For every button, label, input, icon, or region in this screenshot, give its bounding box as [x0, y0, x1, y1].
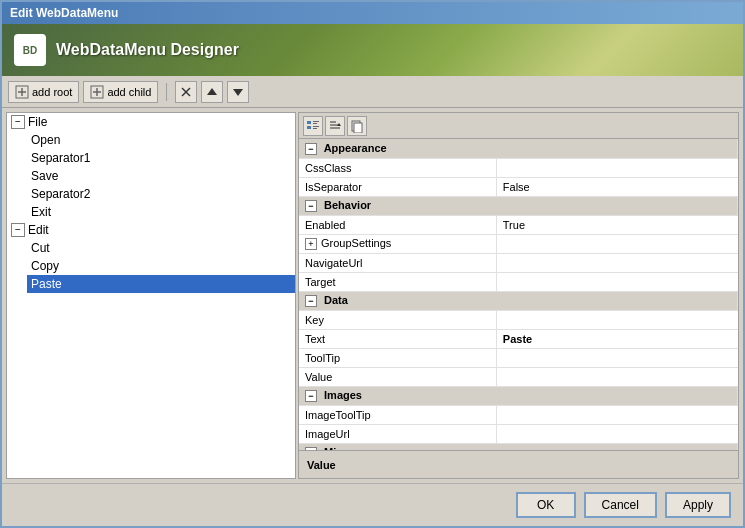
prop-cssclass-row: CssClass: [299, 158, 738, 177]
add-child-button[interactable]: add child: [83, 81, 158, 103]
prop-value-value[interactable]: [496, 367, 737, 386]
svg-rect-10: [307, 121, 311, 124]
add-child-label: add child: [107, 86, 151, 98]
prop-text-row: Text Paste: [299, 329, 738, 348]
props-table: − Appearance CssClass IsSeparator False: [299, 139, 738, 450]
move-down-button[interactable]: [227, 81, 249, 103]
tree-group-file-header[interactable]: − File: [7, 113, 295, 131]
prop-imageurl-value[interactable]: [496, 424, 737, 443]
prop-imagetooltip-row: ImageToolTip: [299, 405, 738, 424]
prop-text-value[interactable]: Paste: [496, 329, 737, 348]
add-root-button[interactable]: add root: [8, 81, 79, 103]
prop-isseparator-value[interactable]: False: [496, 177, 737, 196]
file-children: Open Separator1 Save Separator2 Exit: [7, 131, 295, 221]
section-appearance-label: Appearance: [324, 142, 387, 154]
prop-navigateurl-key: NavigateUrl: [299, 253, 496, 272]
prop-tooltip-key: ToolTip: [299, 348, 496, 367]
svg-marker-8: [207, 88, 217, 95]
move-up-icon: [206, 86, 218, 98]
add-root-label: add root: [32, 86, 72, 98]
prop-imagetooltip-value[interactable]: [496, 405, 737, 424]
prop-target-key: Target: [299, 272, 496, 291]
header-banner: BD WebDataMenu Designer: [2, 24, 743, 76]
section-misc: − Misc: [299, 443, 738, 450]
status-bar: Value: [299, 450, 738, 478]
title-text: Edit WebDataMenu: [10, 6, 118, 20]
prop-enabled-value[interactable]: True: [496, 215, 737, 234]
groupsettings-expand[interactable]: +: [305, 238, 317, 250]
prop-value-row: Value: [299, 367, 738, 386]
svg-rect-11: [313, 121, 319, 122]
section-behavior-label: Behavior: [324, 199, 371, 211]
svg-rect-12: [313, 123, 317, 124]
file-group-label: File: [28, 115, 47, 129]
prop-key-key: Key: [299, 310, 496, 329]
svg-rect-15: [313, 128, 317, 129]
tree-item-save[interactable]: Save: [27, 167, 295, 185]
data-collapse-icon[interactable]: −: [305, 295, 317, 307]
prop-value-key: Value: [299, 367, 496, 386]
file-expand-icon: −: [11, 115, 25, 129]
prop-imageurl-key: ImageUrl: [299, 424, 496, 443]
prop-tooltip-value[interactable]: [496, 348, 737, 367]
delete-button[interactable]: [175, 81, 197, 103]
prop-target-value[interactable]: [496, 272, 737, 291]
tree-item-separator2[interactable]: Separator2: [27, 185, 295, 203]
prop-navigateurl-value[interactable]: [496, 253, 737, 272]
prop-groupsettings-value[interactable]: [496, 234, 737, 253]
tree-item-cut[interactable]: Cut: [27, 239, 295, 257]
tree-item-paste[interactable]: Paste: [27, 275, 295, 293]
tree-item-separator1[interactable]: Separator1: [27, 149, 295, 167]
footer: OK Cancel Apply: [2, 483, 743, 526]
toolbar-separator: [166, 83, 167, 101]
prop-cssclass-value[interactable]: [496, 158, 737, 177]
cancel-button[interactable]: Cancel: [584, 492, 657, 518]
prop-imageurl-row: ImageUrl: [299, 424, 738, 443]
categorized-icon: [306, 119, 320, 133]
tree-group-edit-header[interactable]: − Edit: [7, 221, 295, 239]
move-up-button[interactable]: [201, 81, 223, 103]
section-images: − Images: [299, 386, 738, 405]
status-label: Value: [307, 459, 336, 471]
main-toolbar: add root add child: [2, 76, 743, 108]
section-appearance: − Appearance: [299, 139, 738, 158]
prop-target-row: Target: [299, 272, 738, 291]
sort-icon: [328, 119, 342, 133]
tree-item-open[interactable]: Open: [27, 131, 295, 149]
prop-isseparator-key: IsSeparator: [299, 177, 496, 196]
props-pages-btn[interactable]: [347, 116, 367, 136]
edit-children: Cut Copy Paste: [7, 239, 295, 293]
prop-key-value[interactable]: [496, 310, 737, 329]
tree-item-exit[interactable]: Exit: [27, 203, 295, 221]
props-toolbar: [299, 113, 738, 139]
svg-rect-14: [313, 126, 319, 127]
edit-group-label: Edit: [28, 223, 49, 237]
section-images-label: Images: [324, 389, 362, 401]
svg-marker-9: [233, 89, 243, 96]
prop-groupsettings-row: +GroupSettings: [299, 234, 738, 253]
prop-cssclass-key: CssClass: [299, 158, 496, 177]
header-title: WebDataMenu Designer: [56, 41, 239, 59]
prop-text-key: Text: [299, 329, 496, 348]
delete-icon: [180, 86, 192, 98]
add-root-icon: [15, 85, 29, 99]
images-collapse-icon[interactable]: −: [305, 390, 317, 402]
props-categorized-btn[interactable]: [303, 116, 323, 136]
edit-expand-icon: −: [11, 223, 25, 237]
tree-panel: − File Open Separator1 Save Separator2 E…: [6, 112, 296, 479]
dialog-window: Edit WebDataMenu BD WebDataMenu Designer…: [0, 0, 745, 528]
section-data-label: Data: [324, 294, 348, 306]
tree-item-copy[interactable]: Copy: [27, 257, 295, 275]
ok-button[interactable]: OK: [516, 492, 576, 518]
props-sort-btn[interactable]: [325, 116, 345, 136]
section-data: − Data: [299, 291, 738, 310]
behavior-collapse-icon[interactable]: −: [305, 200, 317, 212]
appearance-collapse-icon[interactable]: −: [305, 143, 317, 155]
main-content: − File Open Separator1 Save Separator2 E…: [2, 108, 743, 483]
apply-button[interactable]: Apply: [665, 492, 731, 518]
properties-panel: − Appearance CssClass IsSeparator False: [298, 112, 739, 479]
move-down-icon: [232, 86, 244, 98]
tree-group-file: − File Open Separator1 Save Separator2 E…: [7, 113, 295, 221]
prop-enabled-key: Enabled: [299, 215, 496, 234]
prop-isseparator-row: IsSeparator False: [299, 177, 738, 196]
